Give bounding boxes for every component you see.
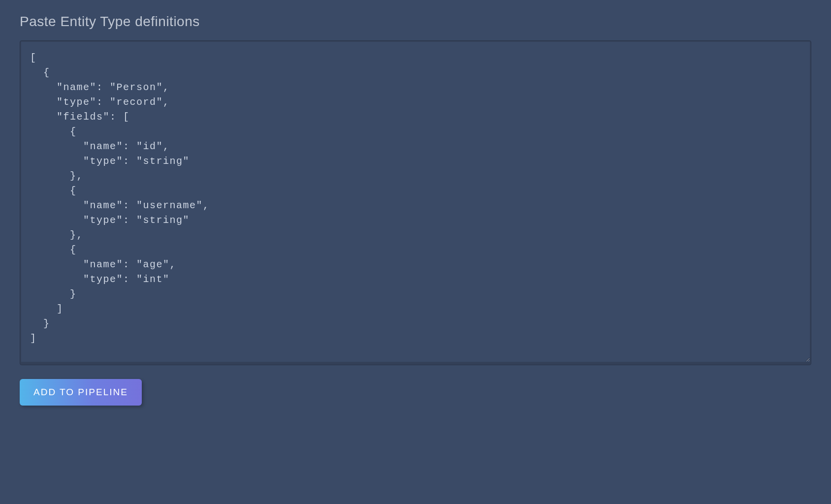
definitions-textarea-wrap [20,40,811,365]
page-title: Paste Entity Type definitions [20,14,811,30]
entity-definitions-textarea[interactable] [21,42,810,362]
add-to-pipeline-button[interactable]: ADD TO PIPELINE [20,379,142,406]
